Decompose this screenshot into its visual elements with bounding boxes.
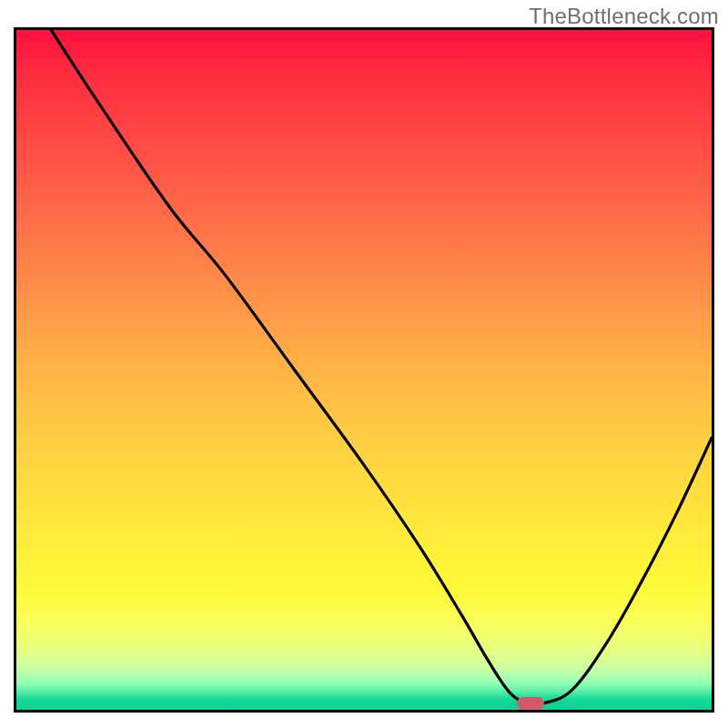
chart-frame xyxy=(14,27,714,713)
chart-container: TheBottleneck.com xyxy=(0,0,728,728)
curve-svg xyxy=(16,30,712,710)
watermark-text: TheBottleneck.com xyxy=(529,4,719,29)
minimum-marker xyxy=(517,697,544,710)
curve-path xyxy=(51,30,712,704)
